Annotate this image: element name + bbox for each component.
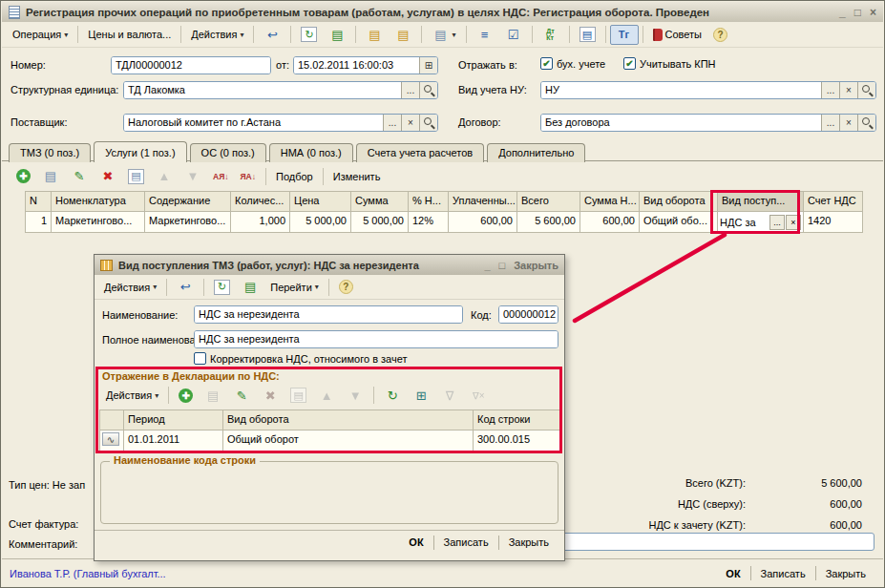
calendar-button[interactable]: ⊞: [419, 57, 437, 74]
change-button[interactable]: Изменить: [327, 166, 387, 186]
cell-price[interactable]: 5 000,00: [290, 212, 351, 233]
choose-button[interactable]: ...: [821, 82, 839, 98]
accounting-checkbox[interactable]: ✔ бух. учете: [540, 57, 605, 70]
delete-row-button[interactable]: ✖: [94, 166, 122, 186]
write-document-button[interactable]: ↩: [258, 25, 286, 45]
dialog-close-button2[interactable]: Закрыть: [499, 535, 558, 550]
decl-add-button[interactable]: ✚: [173, 386, 199, 406]
contract-input[interactable]: Без договора ... ×: [540, 114, 876, 132]
tab-os[interactable]: ОС (0 поз.): [190, 143, 266, 162]
pick-button[interactable]: Подбор: [270, 166, 319, 186]
maximize-button[interactable]: □: [854, 6, 861, 19]
dialog-help-button[interactable]: ?: [333, 277, 359, 297]
cell-period[interactable]: 01.01.2011: [124, 430, 223, 452]
decl-up-button[interactable]: ▲: [312, 386, 341, 406]
tab-tmz[interactable]: ТМЗ (0 поз.): [9, 143, 91, 162]
choose-button[interactable]: ...: [401, 82, 419, 98]
cell-sum[interactable]: 5 000,00: [351, 212, 409, 233]
tenge-button[interactable]: Тг: [610, 25, 639, 45]
clear-button[interactable]: ×: [839, 82, 857, 98]
minimize-button[interactable]: _: [839, 6, 846, 19]
code-input[interactable]: 000000012: [498, 305, 558, 324]
cell-vat-account[interactable]: 1420: [804, 212, 863, 233]
cell-paid[interactable]: 600,00: [449, 212, 517, 233]
cell-turnover-kind[interactable]: Общий оборот: [223, 430, 474, 452]
open-related-menu[interactable]: ▤ ▾: [426, 25, 461, 45]
supplier-input[interactable]: Налоговый комитет по г.Астана ... ×: [123, 114, 438, 132]
decl-edit-button[interactable]: ✎: [227, 386, 256, 406]
tab-accounts[interactable]: Счета учета расчетов: [356, 143, 484, 162]
dialog-create-based-button[interactable]: ▤: [236, 277, 264, 297]
move-up-button[interactable]: ▲: [150, 166, 179, 186]
decl-clear-filter-button[interactable]: ∇×: [464, 386, 493, 406]
help-button[interactable]: ?: [707, 25, 733, 45]
close-button[interactable]: ×: [870, 6, 876, 19]
post-document-button[interactable]: ↻: [295, 25, 323, 45]
tab-nma[interactable]: НМА (0 поз.): [269, 143, 353, 162]
dt-kt-button[interactable]: Дт Кт: [537, 25, 565, 45]
dialog-refresh-button[interactable]: ↻: [208, 277, 236, 297]
add-row-button[interactable]: ✚: [11, 166, 36, 186]
move-down-button[interactable]: ▼: [179, 166, 207, 186]
nu-input[interactable]: НУ ... ×: [540, 81, 876, 99]
clear-button[interactable]: ×: [839, 115, 857, 131]
kpn-checkbox[interactable]: ✔ Учитывать КПН: [623, 57, 716, 70]
decl-period-button[interactable]: ⊞: [407, 386, 435, 406]
dialog-goto-menu[interactable]: Перейти ▾: [264, 277, 325, 297]
prices-currency-button[interactable]: Цены и валюта...: [82, 25, 177, 45]
cell-nomenclature[interactable]: Маркетингово...: [52, 212, 145, 233]
decl-down-button[interactable]: ▼: [341, 386, 369, 406]
record-cell[interactable]: ∿: [99, 430, 124, 452]
sort-desc-button[interactable]: ЯА↓: [235, 166, 263, 186]
cell-n[interactable]: 1: [25, 212, 52, 233]
clear-button[interactable]: ×: [786, 215, 801, 230]
cell-qty[interactable]: 1,000: [231, 212, 290, 233]
decl-filter-button[interactable]: ∇: [435, 386, 464, 406]
decl-copy-button[interactable]: ▤: [199, 386, 227, 406]
cell-content[interactable]: Маркетингово...: [145, 212, 231, 233]
choose-button[interactable]: ...: [383, 115, 401, 131]
decl-delete-button[interactable]: ✖: [256, 386, 284, 406]
create-based-button[interactable]: ▤: [323, 25, 351, 45]
report-button[interactable]: ▤: [574, 25, 601, 45]
save-button[interactable]: Записать: [751, 566, 815, 581]
dialog-actions-menu[interactable]: Действия ▾: [98, 277, 162, 297]
open-button[interactable]: [857, 115, 875, 131]
tab-additional[interactable]: Дополнительно: [487, 143, 585, 162]
date-input[interactable]: 15.02.2011 16:00:03 ⊞: [293, 56, 438, 74]
title-bar[interactable]: Регистрация прочих операций по приобрете…: [2, 2, 883, 22]
decl-refresh-button[interactable]: ↻: [378, 386, 407, 406]
decl-finish-button[interactable]: ▤: [284, 386, 312, 406]
payment-out-button[interactable]: ▤: [389, 25, 417, 45]
cell-line-code[interactable]: 300.00.015: [474, 430, 560, 452]
open-button[interactable]: [419, 82, 437, 98]
decl-actions-menu[interactable]: Действия ▾: [100, 386, 164, 406]
cell-vat-sum[interactable]: 600,00: [580, 212, 640, 233]
actions-menu[interactable]: Действия ▾: [185, 25, 249, 45]
cell-vat-pct[interactable]: 12%: [409, 212, 449, 233]
sort-asc-button[interactable]: АЯ↓: [207, 166, 235, 186]
choose-button[interactable]: ...: [769, 215, 785, 230]
dialog-minimize-button[interactable]: _: [484, 260, 490, 271]
choose-button[interactable]: ...: [821, 115, 839, 131]
name-input[interactable]: НДС за нерезидента: [194, 305, 463, 324]
close-form-button[interactable]: Закрыть: [816, 566, 875, 581]
ok-button[interactable]: ОК: [716, 566, 749, 581]
edit-row-button[interactable]: ✎: [65, 166, 94, 186]
copy-row-button[interactable]: ▤: [36, 166, 65, 186]
checklist-button[interactable]: ☑: [499, 25, 528, 45]
dialog-maximize-button[interactable]: □: [499, 260, 506, 271]
open-button[interactable]: [419, 115, 437, 131]
operation-menu[interactable]: Операция ▾: [7, 25, 74, 45]
open-button[interactable]: [857, 82, 875, 98]
dialog-ok-button[interactable]: ОК: [399, 535, 432, 550]
advices-button[interactable]: Советы: [647, 25, 707, 45]
tab-services[interactable]: Услуги (1 поз.): [94, 141, 186, 162]
dialog-close-button[interactable]: Закрыть: [514, 260, 558, 271]
dialog-save-button[interactable]: Записать: [434, 535, 498, 550]
payment-in-button[interactable]: ▤: [360, 25, 389, 45]
structure-button[interactable]: ≡: [471, 25, 499, 45]
full-name-input[interactable]: НДС за нерезидента: [194, 330, 558, 348]
cell-total[interactable]: 5 600,00: [517, 212, 580, 233]
dialog-write-button[interactable]: ↩: [171, 277, 200, 297]
